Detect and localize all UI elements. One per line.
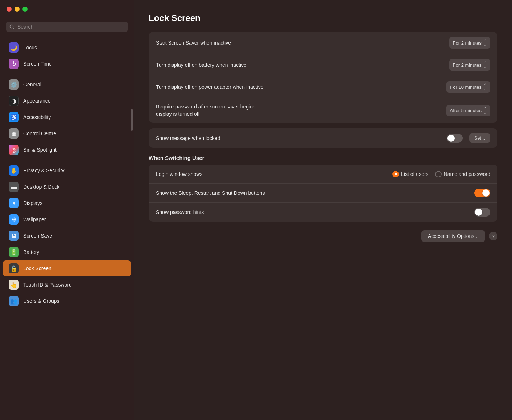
display-setting-dropdown-2[interactable]: For 10 minutes⌃⌄	[446, 81, 490, 93]
sidebar-item-siri[interactable]: ◎Siri & Spotlight	[3, 142, 131, 158]
sidebar-item-desktop[interactable]: ▬Desktop & Dock	[3, 179, 131, 195]
sidebar-item-lock-screen[interactable]: 🔒Lock Screen	[3, 260, 131, 276]
sidebar-item-battery[interactable]: 🔋Battery	[3, 244, 131, 260]
siri-icon: ◎	[9, 145, 19, 155]
displays-icon: ✦	[9, 198, 19, 208]
sidebar-list: 🌙Focus⏱Screen Time⚙️General◑Appearance♿A…	[0, 38, 134, 420]
sidebar-label-appearance: Appearance	[23, 98, 51, 104]
desktop-icon: ▬	[9, 182, 19, 192]
page-title: Lock Screen	[149, 13, 497, 23]
sidebar-item-screen-saver[interactable]: 🖥Screen Saver	[3, 228, 131, 244]
sidebar-label-lock-screen: Lock Screen	[23, 265, 51, 271]
switching-setting-label-0: Login window shows	[156, 171, 392, 177]
traffic-lights	[7, 7, 28, 12]
radio-label-0: List of users	[401, 171, 428, 177]
close-button[interactable]	[7, 7, 12, 12]
touch-id-icon: 👆	[9, 280, 19, 290]
sidebar-item-appearance[interactable]: ◑Appearance	[3, 93, 131, 109]
sidebar: 🌙Focus⏱Screen Time⚙️General◑Appearance♿A…	[0, 0, 134, 420]
switching-setting-row-2: Show password hints	[149, 203, 497, 222]
bottom-row: Accessibility Options... ?	[149, 230, 497, 242]
sidebar-label-touch-id: Touch ID & Password	[23, 282, 72, 288]
sidebar-label-wallpaper: Wallpaper	[23, 217, 46, 222]
sidebar-item-accessibility[interactable]: ♿Accessibility	[3, 109, 131, 125]
switching-setting-label-2: Show password hints	[156, 209, 474, 215]
login-window-radio-group: List of usersName and password	[392, 171, 490, 177]
users-groups-icon: 👥	[9, 296, 19, 306]
show-message-toggle[interactable]	[447, 134, 463, 143]
switching-setting-row-0: Login window showsList of usersName and …	[149, 165, 497, 184]
radio-option-1[interactable]: Name and password	[435, 171, 490, 177]
display-setting-label-3: Require password after screen saver begi…	[156, 103, 446, 118]
sidebar-item-touch-id[interactable]: 👆Touch ID & Password	[3, 277, 131, 293]
sidebar-label-control-centre: Control Centre	[23, 131, 56, 136]
sidebar-item-general[interactable]: ⚙️General	[3, 77, 131, 92]
display-setting-dropdown-0[interactable]: For 2 minutes⌃⌄	[449, 37, 490, 49]
sidebar-label-desktop: Desktop & Dock	[23, 184, 59, 190]
switching-toggle-1[interactable]	[474, 189, 490, 197]
accessibility-options-button[interactable]: Accessibility Options...	[421, 230, 485, 242]
toggle-with-set-btn: Set...	[447, 133, 490, 143]
settings-card-display: Start Screen Saver when inactiveFor 2 mi…	[149, 32, 497, 123]
message-setting-row-0: Show message when lockedSet...	[149, 128, 497, 148]
display-setting-dropdown-3[interactable]: After 5 minutes⌃⌄	[446, 105, 490, 116]
radio-circle-0	[392, 171, 399, 177]
sidebar-label-accessibility: Accessibility	[23, 114, 51, 120]
screen-time-icon: ⏱	[9, 59, 19, 69]
maximize-button[interactable]	[22, 7, 28, 12]
radio-option-0[interactable]: List of users	[392, 171, 428, 177]
sidebar-label-users-groups: Users & Groups	[23, 298, 59, 304]
sidebar-label-screen-time: Screen Time	[23, 61, 52, 67]
sidebar-item-users-groups[interactable]: 👥Users & Groups	[3, 293, 131, 309]
search-input[interactable]	[17, 24, 124, 30]
display-setting-label-1: Turn display off on battery when inactiv…	[156, 62, 449, 68]
sidebar-label-focus: Focus	[23, 45, 37, 50]
settings-card-switching-user: Login window showsList of usersName and …	[149, 165, 497, 222]
search-icon	[9, 24, 15, 29]
help-button[interactable]: ?	[489, 232, 497, 240]
display-setting-row-0: Start Screen Saver when inactiveFor 2 mi…	[149, 32, 497, 54]
message-setting-label-0: Show message when locked	[156, 135, 447, 141]
general-icon: ⚙️	[9, 79, 19, 90]
sidebar-item-focus[interactable]: 🌙Focus	[3, 40, 131, 55]
radio-circle-1	[435, 171, 442, 177]
section-heading-switching-user: When Switching User	[149, 155, 497, 161]
minimize-button[interactable]	[15, 7, 20, 12]
privacy-icon: ✋	[9, 165, 19, 176]
display-setting-row-3: Require password after screen saver begi…	[149, 98, 497, 123]
sidebar-label-battery: Battery	[23, 249, 39, 255]
sidebar-divider-1	[6, 74, 128, 74]
sidebar-divider-2	[6, 160, 128, 160]
sidebar-item-wallpaper[interactable]: ❋Wallpaper	[3, 211, 131, 227]
battery-icon: 🔋	[9, 247, 19, 257]
display-setting-row-1: Turn display off on battery when inactiv…	[149, 54, 497, 76]
screen-saver-icon: 🖥	[9, 231, 19, 241]
sidebar-item-control-centre[interactable]: ▦Control Centre	[3, 125, 131, 141]
sidebar-scrollbar[interactable]	[131, 109, 133, 131]
control-centre-icon: ▦	[9, 128, 19, 139]
sidebar-label-general: General	[23, 82, 41, 87]
sidebar-label-displays: Displays	[23, 200, 42, 206]
settings-card-message: Show message when lockedSet...	[149, 128, 497, 148]
display-setting-label-0: Start Screen Saver when inactive	[156, 40, 449, 46]
switching-toggle-2[interactable]	[474, 208, 490, 217]
sidebar-item-screen-time[interactable]: ⏱Screen Time	[3, 56, 131, 72]
main-content: Lock Screen Start Screen Saver when inac…	[134, 0, 512, 420]
sidebar-item-displays[interactable]: ✦Displays	[3, 195, 131, 211]
appearance-icon: ◑	[9, 96, 19, 106]
focus-icon: 🌙	[9, 42, 19, 53]
set-message-button[interactable]: Set...	[469, 133, 490, 143]
sidebar-label-screen-saver: Screen Saver	[23, 233, 54, 239]
display-setting-label-2: Turn display off on power adapter when i…	[156, 84, 446, 90]
display-setting-row-2: Turn display off on power adapter when i…	[149, 76, 497, 98]
sidebar-label-siri: Siri & Spotlight	[23, 147, 57, 153]
sidebar-item-privacy[interactable]: ✋Privacy & Security	[3, 162, 131, 178]
radio-label-1: Name and password	[444, 171, 490, 177]
lock-screen-icon: 🔒	[9, 263, 19, 273]
switching-setting-label-1: Show the Sleep, Restart and Shut Down bu…	[156, 190, 474, 196]
svg-line-1	[13, 28, 15, 29]
accessibility-icon: ♿	[9, 112, 19, 122]
switching-setting-row-1: Show the Sleep, Restart and Shut Down bu…	[149, 184, 497, 203]
display-setting-dropdown-1[interactable]: For 2 minutes⌃⌄	[449, 59, 490, 71]
sidebar-label-privacy: Privacy & Security	[23, 168, 65, 173]
